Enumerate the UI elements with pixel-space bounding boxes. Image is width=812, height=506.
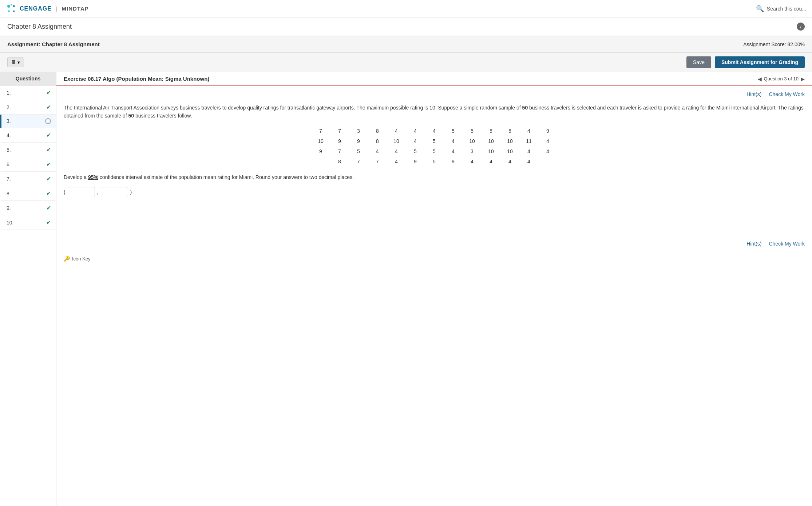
data-cell: 9 — [311, 147, 330, 156]
ci-text-part2: confidence interval estimate of the popu… — [98, 174, 354, 180]
data-cell: 10 — [500, 137, 519, 146]
data-cell: 8 — [368, 137, 387, 146]
question-status-3 — [45, 118, 51, 124]
data-cell: 3 — [463, 147, 482, 156]
cengage-logo-icon — [6, 3, 17, 14]
search-label: Search this cou... — [767, 6, 806, 12]
info-icon[interactable]: i — [797, 23, 805, 31]
question-status-8: ✔ — [46, 190, 51, 197]
question-item-9[interactable]: 9. ✔ — [0, 201, 56, 215]
ci-lower-input[interactable] — [68, 187, 95, 197]
data-cell: 7 — [330, 147, 349, 156]
calculator-button[interactable]: 🖩 ▾ — [7, 57, 24, 67]
data-cell: 4 — [519, 157, 538, 166]
search-icon: 🔍 — [756, 5, 764, 13]
data-cell: 7 — [368, 157, 387, 166]
next-question-arrow[interactable]: ▶ — [801, 76, 805, 82]
hint-link-bottom[interactable]: Hint(s) — [746, 241, 761, 247]
sample-size-1: 50 — [522, 105, 528, 111]
data-cell: 5 — [425, 137, 444, 146]
data-cell: 10 — [482, 137, 500, 146]
data-cell: 10 — [463, 137, 482, 146]
hint-link-top[interactable]: Hint(s) — [746, 91, 761, 97]
data-cell: 4 — [444, 137, 463, 146]
ci-text-part1: Develop a — [64, 174, 88, 180]
prev-question-arrow[interactable]: ◀ — [758, 76, 762, 82]
question-nav-label: Question 3 of 10 — [764, 76, 799, 81]
data-cell: 5 — [425, 157, 444, 166]
ci-comma: , — [97, 189, 99, 195]
question-item-8[interactable]: 8. ✔ — [0, 186, 56, 201]
data-cell: 9 — [349, 137, 368, 146]
question-text-part1: The International Air Transport Associat… — [64, 105, 522, 111]
question-number-8: 8. — [7, 191, 11, 196]
confidence-interval-inputs: ( , ) — [64, 187, 805, 197]
toolbar-left: 🖩 ▾ — [7, 57, 683, 67]
data-grid: 7 7 3 8 4 4 4 5 5 5 5 4 9 10 9 9 — [64, 126, 805, 167]
data-cell: 3 — [349, 127, 368, 135]
question-item-7[interactable]: 7. ✔ — [0, 172, 56, 186]
question-item-2[interactable]: 2. ✔ — [0, 100, 56, 115]
question-item-10[interactable]: 10. ✔ — [0, 215, 56, 230]
question-item-1[interactable]: 1. ✔ — [0, 85, 56, 100]
data-row-2: 10 9 9 8 10 4 5 4 10 10 10 11 4 — [311, 137, 557, 146]
assignment-label: Assignment: — [7, 41, 40, 47]
icon-key-bar: 🔑 Icon Key — [56, 252, 812, 265]
data-cell: 8 — [330, 157, 349, 166]
question-item-6[interactable]: 6. ✔ — [0, 157, 56, 172]
question-item-3[interactable]: 3. — [0, 115, 56, 128]
data-cell: 5 — [463, 127, 482, 135]
data-cell: 4 — [387, 127, 406, 135]
question-status-4: ✔ — [46, 132, 51, 139]
check-my-work-link-top[interactable]: Check My Work — [769, 91, 805, 97]
svg-point-2 — [8, 10, 10, 12]
exercise-header: Exercise 08.17 Algo (Population Mean: Si… — [56, 72, 812, 86]
submit-button[interactable]: Submit Assignment for Grading — [715, 56, 805, 68]
question-number-2: 2. — [7, 104, 11, 110]
top-action-links: Hint(s) Check My Work — [56, 86, 812, 100]
data-cell: 4 — [500, 157, 519, 166]
question-status-9: ✔ — [46, 204, 51, 211]
data-cell: 11 — [519, 137, 538, 146]
question-number-9: 9. — [7, 205, 11, 211]
question-status-2: ✔ — [46, 104, 51, 111]
question-text-part3: business travelers follow. — [134, 113, 192, 119]
question-number-6: 6. — [7, 162, 11, 167]
data-row-3: 9 7 5 4 4 5 5 4 3 10 10 4 4 — [311, 147, 557, 156]
data-cell: 7 — [330, 127, 349, 135]
data-cell: 4 — [519, 147, 538, 156]
svg-point-3 — [13, 10, 15, 12]
data-row-4: 8 7 7 4 9 5 9 4 4 4 4 — [330, 157, 538, 166]
question-status-10: ✔ — [46, 219, 51, 226]
data-cell: 9 — [538, 127, 557, 135]
data-cell: 4 — [538, 147, 557, 156]
question-number-3: 3. — [7, 118, 11, 124]
question-text: The International Air Transport Associat… — [64, 104, 805, 120]
data-cell: 4 — [463, 157, 482, 166]
save-button[interactable]: Save — [686, 56, 711, 68]
calculator-icon: 🖩 — [11, 60, 16, 65]
page-title: Chapter 8 Assignment — [7, 23, 72, 31]
question-number-1: 1. — [7, 90, 11, 96]
data-cell: 5 — [500, 127, 519, 135]
data-cell: 7 — [349, 157, 368, 166]
ci-upper-input[interactable] — [101, 187, 128, 197]
icon-key-label: Icon Key — [72, 256, 91, 262]
data-cell: 4 — [482, 157, 500, 166]
assignment-score: Assignment Score: 82.00% — [743, 41, 805, 47]
data-cell: 10 — [482, 147, 500, 156]
question-item-5[interactable]: 5. ✔ — [0, 143, 56, 157]
question-item-4[interactable]: 4. ✔ — [0, 128, 56, 143]
data-cell: 4 — [444, 147, 463, 156]
brand-logo: CENGAGE | MINDTAP — [6, 3, 89, 14]
exercise-title: Exercise 08.17 Algo (Population Mean: Si… — [64, 76, 209, 82]
assignment-title: Assignment: Chapter 8 Assignment — [7, 41, 100, 47]
question-navigation: ◀ Question 3 of 10 ▶ — [758, 76, 805, 82]
data-cell: 5 — [406, 147, 425, 156]
questions-sidebar: Questions 1. ✔ 2. ✔ 3. 4. ✔ 5. ✔ 6. ✔ 7.… — [0, 72, 56, 506]
check-my-work-link-bottom[interactable]: Check My Work — [769, 241, 805, 247]
data-cell: 9 — [444, 157, 463, 166]
question-number-7: 7. — [7, 176, 11, 182]
data-cell: 4 — [406, 127, 425, 135]
brand-divider: | — [56, 6, 58, 12]
